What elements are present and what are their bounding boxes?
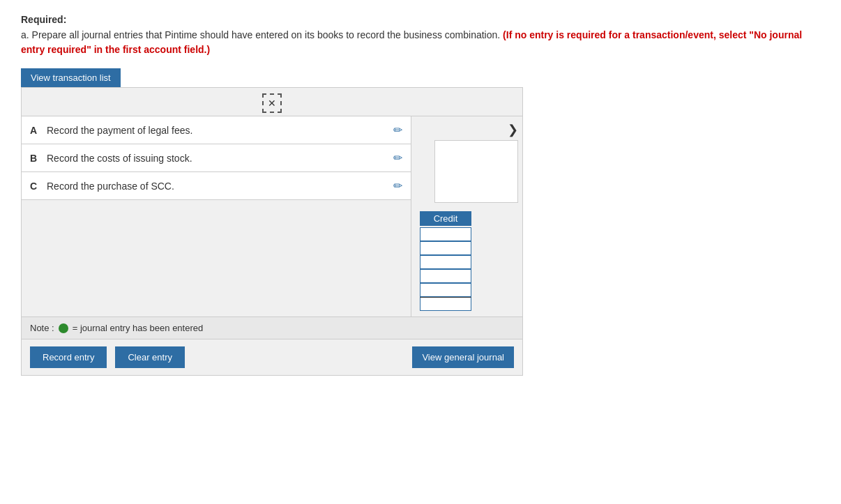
- credit-input-5[interactable]: [420, 283, 471, 297]
- credit-input-1[interactable]: [420, 227, 471, 241]
- clear-entry-button[interactable]: Clear entry: [115, 346, 185, 368]
- edit-icon-b[interactable]: ✏: [393, 151, 402, 165]
- credit-input-3[interactable]: [420, 255, 471, 269]
- right-inner-box: [434, 140, 518, 203]
- view-general-journal-button[interactable]: View general journal: [412, 346, 514, 368]
- record-entry-button[interactable]: Record entry: [30, 346, 107, 368]
- view-transaction-btn[interactable]: View transaction list: [21, 68, 121, 87]
- required-label: Required:: [21, 14, 820, 25]
- edit-icon-c[interactable]: ✏: [393, 179, 402, 192]
- transaction-row-b: B Record the costs of issuing stock. ✏: [22, 144, 411, 172]
- left-section: A Record the payment of legal fees. ✏ B …: [22, 116, 411, 316]
- main-panel: ✕ A Record the payment of legal fees. ✏ …: [21, 87, 523, 376]
- row-text-c: Record the purchase of SCC.: [47, 181, 388, 192]
- green-dot: [59, 323, 68, 333]
- row-text-a: Record the payment of legal fees.: [47, 125, 388, 136]
- panel-footer: Note : = journal entry has been entered: [22, 316, 522, 339]
- credit-section: Credit: [416, 211, 518, 311]
- chevron-right-icon[interactable]: ❯: [508, 122, 518, 137]
- instruction: a. Prepare all journal entries that Pint…: [21, 28, 820, 57]
- row-text-b: Record the costs of issuing stock.: [47, 153, 388, 164]
- panel-buttons: Record entry Clear entry View general jo…: [22, 339, 522, 375]
- credit-input-4[interactable]: [420, 269, 471, 283]
- edit-icon-a[interactable]: ✏: [393, 123, 402, 137]
- row-letter-a: A: [30, 125, 41, 136]
- panel-top-bar: ✕: [22, 88, 522, 116]
- transaction-row-c: C Record the purchase of SCC. ✏: [22, 172, 411, 200]
- row-letter-b: B: [30, 153, 41, 164]
- panel-content: A Record the payment of legal fees. ✏ B …: [22, 116, 522, 316]
- credit-rows: [420, 227, 471, 311]
- credit-input-2[interactable]: [420, 241, 471, 255]
- credit-input-6[interactable]: [420, 297, 471, 311]
- right-section: ❯ Credit: [411, 116, 522, 316]
- credit-header: Credit: [420, 211, 471, 226]
- transaction-row-a: A Record the payment of legal fees. ✏: [22, 116, 411, 144]
- close-icon[interactable]: ✕: [262, 93, 282, 113]
- note-prefix: Note : = journal entry has been entered: [30, 323, 514, 333]
- row-letter-c: C: [30, 181, 41, 192]
- bottom-empty: [22, 200, 411, 284]
